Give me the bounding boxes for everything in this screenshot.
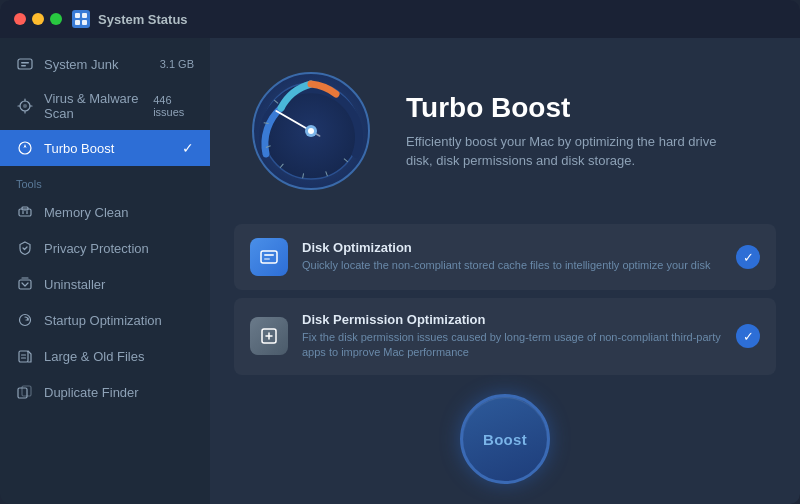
svg-rect-16 [22,211,24,214]
memory-clean-icon [16,203,34,221]
sidebar-item-turbo-boost[interactable]: Turbo Boost ✓ [0,130,210,166]
disk-optimization-check: ✓ [736,245,760,269]
boost-section: Boost [210,380,800,504]
turbo-boost-label: Turbo Boost [44,141,114,156]
svg-point-12 [23,104,27,108]
svg-rect-4 [18,59,32,69]
svg-point-20 [20,315,31,326]
hero-text: Turbo Boost Efficiently boost your Mac b… [406,92,764,171]
hero-description: Efficiently boost your Mac by optimizing… [406,132,746,171]
minimize-button[interactable] [32,13,44,25]
system-junk-label: System Junk [44,57,118,72]
sidebar: System Junk 3.1 GB Virus & Malware Scan [0,38,210,504]
virus-malware-badge: 446 issues [153,94,194,118]
close-button[interactable] [14,13,26,25]
memory-clean-label: Memory Clean [44,205,129,220]
system-junk-badge: 3.1 GB [160,58,194,70]
sidebar-item-duplicate-finder[interactable]: Duplicate Finder [0,374,210,410]
svg-rect-0 [75,13,80,18]
svg-point-40 [308,128,314,134]
turbo-boost-check: ✓ [182,140,194,156]
disk-optimization-icon [250,238,288,276]
sidebar-item-virus-malware[interactable]: Virus & Malware Scan 446 issues [0,82,210,130]
duplicate-finder-label: Duplicate Finder [44,385,139,400]
disk-permission-title: Disk Permission Optimization [302,312,722,327]
disk-permission-text: Disk Permission Optimization Fix the dis… [302,312,722,361]
uninstaller-icon [16,275,34,293]
svg-rect-21 [19,351,28,362]
sidebar-item-startup-optimization[interactable]: Startup Optimization [0,302,210,338]
svg-rect-5 [21,62,29,64]
main-content: System Junk 3.1 GB Virus & Malware Scan [0,38,800,504]
maximize-button[interactable] [50,13,62,25]
app-icon [72,10,90,28]
main-panel: Turbo Boost Efficiently boost your Mac b… [210,38,800,504]
privacy-protection-label: Privacy Protection [44,241,149,256]
app-title: System Status [72,10,188,28]
turbo-gauge [246,66,376,196]
svg-rect-18 [19,280,31,289]
svg-rect-1 [82,13,87,18]
sidebar-item-system-junk[interactable]: System Junk 3.1 GB [0,46,210,82]
duplicate-finder-icon [16,383,34,401]
hero-section: Turbo Boost Efficiently boost your Mac b… [210,38,800,224]
large-old-files-icon [16,347,34,365]
svg-point-13 [19,142,31,154]
feature-card-disk-optimization: Disk Optimization Quickly locate the non… [234,224,776,290]
sidebar-item-large-old-files[interactable]: Large & Old Files [0,338,210,374]
boost-button[interactable]: Boost [460,394,550,484]
disk-permission-check: ✓ [736,324,760,348]
hero-title: Turbo Boost [406,92,764,124]
disk-optimization-text: Disk Optimization Quickly locate the non… [302,240,722,273]
disk-permission-icon [250,317,288,355]
system-junk-icon [16,55,34,73]
app-window: System Status System Junk 3.1 GB [0,0,800,504]
features-section: Disk Optimization Quickly locate the non… [210,224,800,380]
sidebar-item-uninstaller[interactable]: Uninstaller [0,266,210,302]
sidebar-item-privacy-protection[interactable]: Privacy Protection [0,230,210,266]
disk-optimization-desc: Quickly locate the non-compliant stored … [302,258,722,273]
svg-rect-41 [261,251,277,263]
startup-optimization-icon [16,311,34,329]
svg-rect-6 [21,65,26,67]
gauge-container [246,66,376,196]
virus-malware-icon [16,97,34,115]
svg-rect-2 [75,20,80,25]
tools-section-label: Tools [0,166,210,194]
turbo-boost-icon [16,139,34,157]
large-old-files-label: Large & Old Files [44,349,144,364]
uninstaller-label: Uninstaller [44,277,105,292]
privacy-protection-icon [16,239,34,257]
disk-permission-desc: Fix the disk permission issues caused by… [302,330,722,361]
svg-rect-42 [264,254,274,256]
title-bar: System Status [0,0,800,38]
disk-optimization-title: Disk Optimization [302,240,722,255]
svg-rect-43 [264,258,270,260]
svg-rect-17 [26,211,28,214]
feature-card-disk-permission: Disk Permission Optimization Fix the dis… [234,298,776,375]
sidebar-item-memory-clean[interactable]: Memory Clean [0,194,210,230]
startup-optimization-label: Startup Optimization [44,313,162,328]
traffic-lights [14,13,62,25]
svg-rect-3 [82,20,87,25]
virus-malware-label: Virus & Malware Scan [44,91,143,121]
